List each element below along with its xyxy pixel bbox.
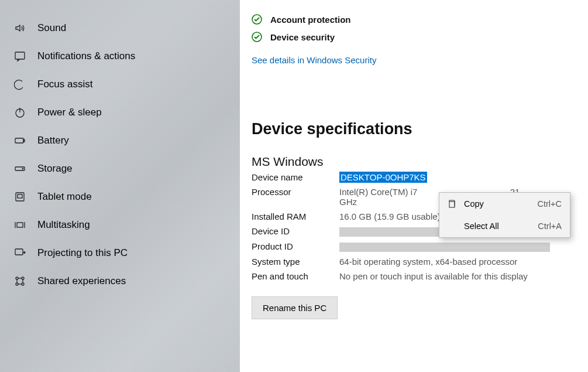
power-icon [14,107,26,118]
svg-point-16 [22,283,24,285]
sidebar-item-label: Tablet mode [37,191,92,203]
svg-point-15 [16,283,18,285]
svg-rect-0 [15,52,25,59]
menu-item-shortcut: Ctrl+A [538,221,562,231]
spec-value-device-name[interactable]: DESKTOP-0OHP7KS [339,172,588,182]
svg-point-6 [22,168,23,169]
spec-row-system-type: System type 64-bit operating system, x64… [252,254,588,269]
sidebar-item-power-sleep[interactable]: Power & sleep [0,98,240,127]
sidebar-item-label: Shared experiences [37,275,126,287]
sidebar-item-shared-experiences[interactable]: Shared experiences [0,267,240,295]
copy-icon [446,199,457,209]
svg-rect-12 [15,249,23,255]
context-menu-select-all[interactable]: Select All Ctrl+A [439,215,570,237]
svg-rect-8 [18,194,22,198]
check-circle-icon [252,32,262,42]
sidebar-item-label: Storage [37,163,73,175]
sidebar-item-label: Battery [37,135,69,146]
spec-value: 64-bit operating system, x64-based proce… [339,257,588,267]
sidebar-item-label: Focus assist [37,79,92,90]
spec-row-device-name: Device name DESKTOP-0OHP7KS [252,170,588,185]
sidebar-item-tablet-mode[interactable]: Tablet mode [0,183,240,211]
sidebar-item-label: Notifications & actions [37,50,135,62]
sidebar-item-label: Multitasking [37,219,90,231]
battery-icon [14,135,26,146]
spec-value: No pen or touch input is available for t… [339,271,588,281]
spec-row-product-id: Product ID [252,239,588,254]
notifications-icon [14,50,26,62]
svg-rect-4 [23,139,25,142]
windows-security-details-link[interactable]: See details in Windows Security [252,55,376,65]
menu-item-label: Copy [464,199,484,209]
svg-point-14 [22,277,24,279]
settings-main: Account protection Device security See d… [240,0,588,372]
svg-rect-7 [16,193,24,201]
security-label: Account protection [270,15,351,25]
svg-rect-23 [449,202,455,207]
sidebar-item-multitasking[interactable]: Multitasking [0,211,240,239]
sidebar-item-label: Sound [37,22,66,34]
sidebar-item-label: Projecting to this PC [37,247,128,259]
spec-label: Installed RAM [252,211,339,221]
sidebar-item-projecting[interactable]: Projecting to this PC [0,239,240,267]
sidebar-item-notifications[interactable]: Notifications & actions [0,42,240,70]
spec-label: Device ID [252,226,339,237]
rename-pc-button[interactable]: Rename this PC [252,296,338,319]
check-circle-icon [252,14,262,25]
device-edition-subtitle: MS Windows [252,155,588,169]
security-label: Device security [270,32,335,42]
blank-icon [446,221,457,231]
menu-item-label: Select All [464,221,499,231]
sidebar-item-label: Power & sleep [37,107,102,118]
settings-sidebar: Sound Notifications & actions Focus assi… [0,0,240,372]
spec-label: Device name [252,172,339,182]
sidebar-item-storage[interactable]: Storage [0,155,240,183]
security-status-row: Device security [252,28,588,46]
storage-icon [14,163,26,175]
device-specifications-title: Device specifications [252,120,588,138]
spec-label: Product ID [252,241,339,252]
focus-assist-icon [14,79,26,90]
sidebar-item-battery[interactable]: Battery [0,127,240,155]
svg-rect-3 [15,138,23,143]
spec-label: Pen and touch [252,271,339,281]
sound-icon [14,22,26,34]
spec-label: System type [252,257,339,267]
security-status-row: Account protection [252,11,588,28]
svg-rect-11 [17,223,23,227]
multitasking-icon [14,219,26,231]
context-menu-copy[interactable]: Copy Ctrl+C [439,193,570,215]
spec-label: Processor [252,187,339,207]
sidebar-item-focus-assist[interactable]: Focus assist [0,70,240,98]
shared-experiences-icon [14,275,26,287]
projecting-icon [14,247,26,259]
tablet-mode-icon [14,191,26,203]
context-menu: Copy Ctrl+C Select All Ctrl+A [439,192,570,238]
spec-value-redacted [339,241,588,252]
sidebar-item-sound[interactable]: Sound [0,14,240,42]
menu-item-shortcut: Ctrl+C [538,199,562,209]
svg-point-13 [16,277,18,279]
spec-row-pen-touch: Pen and touch No pen or touch input is a… [252,269,588,284]
